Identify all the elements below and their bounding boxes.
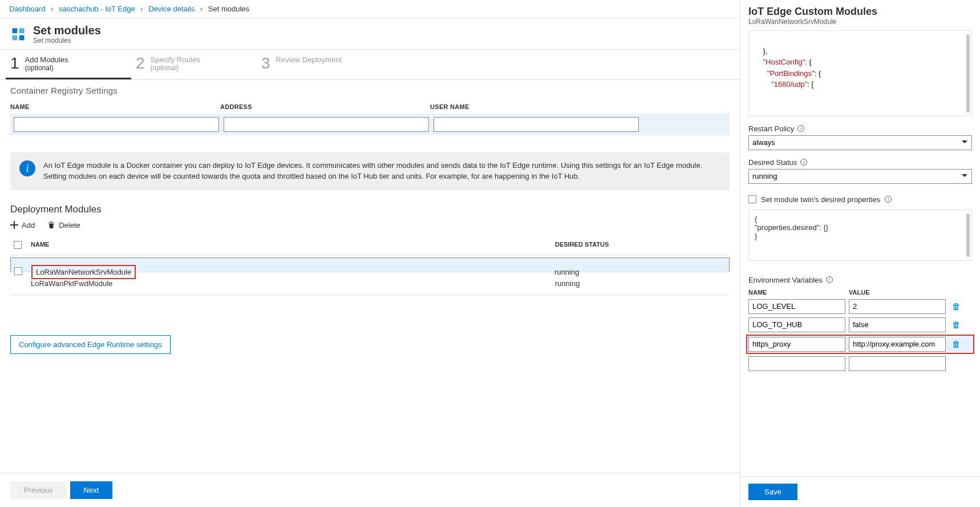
env-name-input[interactable] [748,299,845,314]
create-options-editor[interactable]: }, "HostConfig": { "PortBindings": { "16… [748,30,972,116]
delete-button[interactable]: Delete [47,221,80,230]
module-twin-editor[interactable]: { "properties.desired": {} } [748,210,972,261]
env-name-input[interactable] [748,317,845,332]
info-icon[interactable]: i [885,196,892,203]
row-checkbox[interactable] [14,267,22,275]
add-button[interactable]: Add [10,221,35,230]
scrollbar[interactable] [966,34,970,112]
step1-label: Add Modules [25,55,68,64]
env-name-input[interactable] [748,337,845,352]
next-button[interactable]: Next [70,481,113,499]
info-icon: i [19,160,35,176]
module-twin-checkbox[interactable] [748,195,756,203]
plus-icon [10,221,18,229]
info-banner: i An IoT Edge module is a Docker contain… [10,152,730,190]
module-status: running [555,279,726,288]
configure-runtime-link[interactable]: Configure advanced Edge Runtime settings [10,335,171,354]
svg-rect-0 [13,29,18,34]
page-title: Set modules [33,24,101,37]
info-icon[interactable]: i [797,125,804,132]
step1-optional: (optional) [25,64,68,72]
registry-section-title: Container Registry Settings [10,86,730,95]
main-pane: Dashboard › saschachub - IoT Edge › Devi… [0,0,740,507]
env-col-name: NAME [748,289,845,296]
delete-env-icon[interactable]: 🗑 [949,301,963,311]
module-twin-label: Set module twin's desired properties [761,195,880,204]
main-scroll[interactable]: Container Registry Settings NAME ADDRESS… [0,80,740,473]
svg-rect-2 [13,35,18,41]
step-review-deployment[interactable]: 3 Review Deployment [257,53,382,79]
svg-rect-1 [19,29,25,34]
reg-col-username: USER NAME [430,103,635,114]
breadcrumb: Dashboard › saschachub - IoT Edge › Devi… [0,0,740,18]
modules-icon [10,26,26,42]
step-add-modules[interactable]: 1 Add Modules (optional) [6,53,131,79]
crumb-dashboard[interactable]: Dashboard [9,5,46,13]
env-name-input[interactable] [748,356,845,371]
env-value-input[interactable] [849,356,946,371]
reg-col-name: NAME [10,103,216,114]
env-vars-label: Environment Variables [748,276,823,284]
wizard-footer: Previous Next [0,473,740,507]
page-header: Set modules Set modules [0,18,740,50]
desired-status-label: Desired Status [748,158,797,167]
panel-footer: Save [740,476,980,507]
env-value-input[interactable] [849,337,946,352]
module-name[interactable]: LoRaWanNetworkSrvModule [31,265,136,279]
restart-policy-select[interactable] [748,135,972,150]
svg-rect-3 [19,35,25,41]
panel-title: IoT Edge Custom Modules [740,0,980,18]
info-icon[interactable]: i [826,276,833,283]
info-icon[interactable]: i [800,159,807,166]
save-button[interactable]: Save [748,484,797,500]
previous-button[interactable]: Previous [10,481,67,499]
registry-name-input[interactable] [14,117,219,132]
env-row [748,356,972,371]
crumb-current: Set modules [208,5,249,13]
panel-scroll[interactable]: }, "HostConfig": { "PortBindings": { "16… [740,30,980,476]
deployment-modules-title: Deployment Modules [10,204,730,215]
stepper: 1 Add Modules (optional) 2 Specify Route… [0,50,740,80]
env-row: 🗑 [748,299,972,314]
registry-username-input[interactable] [434,117,639,132]
page-subtitle: Set modules [33,37,101,45]
crumb-hub[interactable]: saschachub - IoT Edge [59,5,135,13]
step2-label: Specify Routes [151,55,200,64]
panel-subtitle: LoRaWanNetworkSrvModule [740,18,980,30]
delete-env-icon[interactable]: 🗑 [949,320,963,329]
modules-table: NAME DESIRED STATUS LoRaWanNetworkSrvMod… [10,236,730,295]
registry-address-input[interactable] [224,117,429,132]
info-text: An IoT Edge module is a Docker container… [43,160,720,182]
env-value-input[interactable] [849,317,946,332]
delete-env-icon[interactable]: 🗑 [949,339,963,349]
scrollbar[interactable] [966,214,970,257]
trash-icon [47,221,55,229]
registry-row [10,114,730,135]
env-row: 🗑 [748,317,972,332]
reg-col-address: ADDRESS [220,103,426,114]
table-row[interactable]: LoRaWanNetworkSrvModule running [10,257,730,272]
env-col-value: VALUE [849,289,946,296]
env-value-input[interactable] [849,299,946,314]
select-all-checkbox[interactable] [14,241,22,249]
step-specify-routes[interactable]: 2 Specify Routes (optional) [131,53,257,79]
crumb-device-details[interactable]: Device details [148,5,195,13]
step3-label: Review Deployment [276,55,342,64]
col-name: NAME [31,241,555,250]
col-desired-status: DESIRED STATUS [555,241,726,250]
env-row: 🗑 [747,336,973,353]
module-status: running [554,268,726,276]
restart-policy-label: Restart Policy [748,124,794,133]
step2-optional: (optional) [151,64,200,72]
module-name[interactable]: LoRaWanPktFwdModule [31,279,555,288]
side-panel: IoT Edge Custom Modules LoRaWanNetworkSr… [740,0,980,507]
desired-status-select[interactable] [748,169,972,184]
